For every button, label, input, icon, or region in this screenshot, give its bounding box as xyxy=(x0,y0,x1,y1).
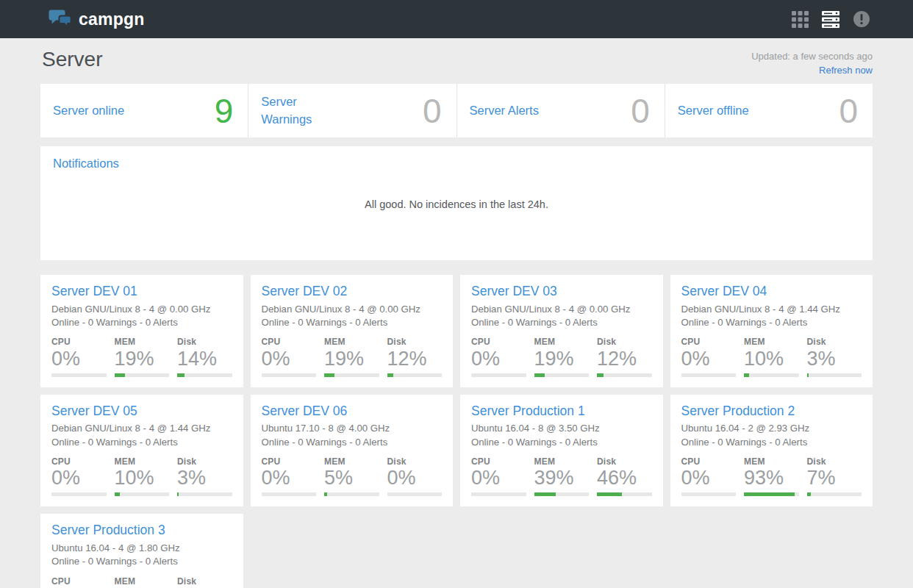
metric-bar xyxy=(324,373,379,377)
metric-cpu: CPU 0% xyxy=(262,337,317,376)
metric-label: MEM xyxy=(324,337,379,347)
metric-bar xyxy=(51,373,107,377)
metric-bar xyxy=(807,492,862,496)
metric-value: 0% xyxy=(471,467,526,490)
metric-mem: MEM 19% xyxy=(115,337,170,376)
stat-label: Server Alerts xyxy=(470,102,552,120)
server-status: Online - 0 Warnings - 0 Alerts xyxy=(681,316,862,329)
metric-value: 19% xyxy=(115,348,170,370)
metric-value: 0% xyxy=(681,467,737,490)
server-name[interactable]: Server Production 2 xyxy=(681,403,795,420)
metric-bar-fill xyxy=(324,373,334,377)
metric-label: MEM xyxy=(324,456,379,467)
metric-bar-fill xyxy=(534,492,556,496)
server-name[interactable]: Server DEV 04 xyxy=(681,283,767,300)
server-os: Ubuntu 16.04 - 8 @ 3.50 GHz xyxy=(471,422,652,435)
metric-cpu: CPU 0% xyxy=(51,576,107,588)
metric-mem: MEM 39% xyxy=(534,456,590,496)
server-name[interactable]: Server DEV 02 xyxy=(262,283,348,300)
server-name[interactable]: Server DEV 06 xyxy=(262,403,348,420)
metric-bar xyxy=(471,373,526,377)
server-status: Online - 0 Warnings - 0 Alerts xyxy=(51,316,232,329)
refresh-now-link[interactable]: Refresh now xyxy=(819,64,873,77)
server-card: Server DEV 03 Debian GNU/Linux 8 - 4 @ 0… xyxy=(460,275,663,387)
stat-value: 0 xyxy=(631,94,650,128)
server-name[interactable]: Server Production 3 xyxy=(51,522,165,539)
metric-bar-fill xyxy=(177,492,179,496)
metric-value: 0% xyxy=(51,467,107,490)
metric-value: 0% xyxy=(51,348,107,370)
stat-item[interactable]: Server Alerts 0 xyxy=(456,84,665,137)
server-card: Server DEV 02 Debian GNU/Linux 8 - 4 @ 0… xyxy=(251,275,454,387)
metric-value: 19% xyxy=(534,348,590,370)
metric-label: Disk xyxy=(807,456,862,467)
stat-item[interactable]: Server offline 0 xyxy=(665,84,873,137)
server-os: Ubuntu 17.10 - 8 @ 4.00 GHz xyxy=(262,422,443,435)
alerts-icon[interactable] xyxy=(852,10,871,29)
server-status: Online - 0 Warnings - 0 Alerts xyxy=(262,316,443,329)
metric-label: Disk xyxy=(387,456,443,467)
metric-cpu: CPU 0% xyxy=(471,456,526,496)
stat-item[interactable]: Server online 9 xyxy=(40,84,248,137)
metric-disk: Disk 0% xyxy=(387,456,443,496)
metric-mem: MEM 5% xyxy=(324,456,379,496)
topbar-icon-group xyxy=(790,10,871,29)
server-os: Debian GNU/Linux 8 - 4 @ 1.44 GHz xyxy=(681,303,862,316)
server-status: Online - 0 Warnings - 0 Alerts xyxy=(681,436,862,449)
metric-bar xyxy=(534,492,590,496)
metric-cpu: CPU 0% xyxy=(681,337,737,376)
metric-label: MEM xyxy=(534,337,590,347)
metric-value: 39% xyxy=(534,467,590,490)
servers-icon[interactable] xyxy=(821,10,840,29)
metric-value: 14% xyxy=(177,348,232,370)
metric-label: MEM xyxy=(534,456,590,467)
metric-value: 3% xyxy=(807,348,862,370)
metric-bar xyxy=(471,492,526,496)
apps-grid-icon[interactable] xyxy=(790,10,809,29)
metric-value: 12% xyxy=(387,348,443,370)
metric-label: CPU xyxy=(262,337,317,347)
server-metrics: CPU 0% MEM 19% Disk 14% xyxy=(51,337,232,376)
metric-bar-fill xyxy=(115,373,125,377)
server-os: Debian GNU/Linux 8 - 4 @ 0.00 GHz xyxy=(51,303,232,316)
metric-label: Disk xyxy=(807,337,862,347)
metric-mem: MEM 19% xyxy=(534,337,590,376)
stat-label: Server Warnings xyxy=(261,93,343,129)
metric-disk: Disk 14% xyxy=(177,337,232,376)
server-name[interactable]: Server DEV 03 xyxy=(471,283,557,300)
metric-bar xyxy=(534,373,590,377)
metric-label: Disk xyxy=(177,456,232,467)
metric-disk: Disk 12% xyxy=(597,337,652,376)
server-status: Online - 0 Warnings - 0 Alerts xyxy=(51,555,232,568)
page-header: Server Updated: a few seconds ago Refres… xyxy=(0,38,913,81)
metric-mem: MEM 57% xyxy=(115,576,170,588)
metric-label: Disk xyxy=(597,337,652,347)
metric-mem: MEM 10% xyxy=(115,456,170,496)
stat-item[interactable]: Server Warnings 0 xyxy=(248,84,456,137)
stat-value: 0 xyxy=(839,94,858,128)
metric-value: 12% xyxy=(597,348,652,370)
server-metrics: CPU 0% MEM 39% Disk 46% xyxy=(471,456,652,496)
server-name[interactable]: Server Production 1 xyxy=(471,403,585,420)
brand-logo[interactable]: campgn xyxy=(49,9,144,30)
metric-value: 0% xyxy=(262,348,317,370)
server-name[interactable]: Server DEV 01 xyxy=(51,283,137,300)
metric-label: CPU xyxy=(51,456,107,467)
metric-label: Disk xyxy=(177,337,232,347)
metric-disk: Disk 3% xyxy=(177,456,232,496)
metric-disk: Disk 12% xyxy=(387,337,443,376)
server-name[interactable]: Server DEV 05 xyxy=(51,403,137,420)
server-card: Server DEV 06 Ubuntu 17.10 - 8 @ 4.00 GH… xyxy=(251,395,454,507)
server-card: Server Production 2 Ubuntu 16.04 - 2 @ 2… xyxy=(670,395,873,507)
metric-value: 46% xyxy=(597,467,652,490)
server-metrics: CPU 0% MEM 19% Disk 12% xyxy=(262,337,443,376)
server-status: Online - 0 Warnings - 0 Alerts xyxy=(51,436,232,449)
metric-label: Disk xyxy=(177,576,232,587)
metric-label: MEM xyxy=(115,337,170,347)
server-os: Debian GNU/Linux 8 - 4 @ 0.00 GHz xyxy=(471,303,652,316)
server-metrics: CPU 0% MEM 10% Disk 3% xyxy=(681,337,862,376)
server-metrics: CPU 0% MEM 19% Disk 12% xyxy=(471,337,652,376)
stat-value: 0 xyxy=(423,94,442,128)
metric-cpu: CPU 0% xyxy=(471,337,526,376)
metric-bar xyxy=(597,492,652,496)
